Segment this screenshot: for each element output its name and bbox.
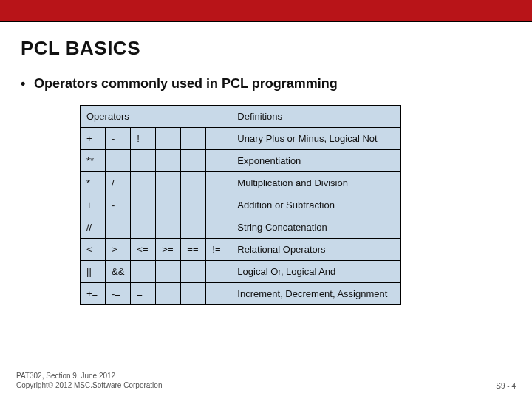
content-area: PCL BASICS • Operators commonly used in …: [0, 22, 532, 305]
table-row: < > <= >= == != Relational Operators: [81, 239, 401, 261]
op-cell: !=: [206, 239, 231, 261]
op-cell: [131, 261, 156, 283]
op-cell: /: [106, 172, 131, 194]
op-cell: //: [81, 216, 106, 239]
op-cell: [206, 128, 231, 150]
op-cell: *: [81, 172, 106, 194]
def-cell: String Concatenation: [231, 216, 401, 239]
op-cell: [156, 261, 181, 283]
op-cell: [181, 261, 206, 283]
op-cell: [156, 172, 181, 194]
def-cell: Addition or Subtraction: [231, 194, 401, 216]
op-cell: +: [81, 128, 106, 150]
def-cell: Logical Or, Logical And: [231, 261, 401, 283]
table-row: || && Logical Or, Logical And: [81, 261, 401, 283]
op-cell: [156, 216, 181, 239]
op-cell: ==: [181, 239, 206, 261]
op-cell: [181, 283, 206, 305]
table-header-row: Operators Definitions: [81, 106, 401, 128]
op-cell: [206, 283, 231, 305]
op-cell: [206, 216, 231, 239]
op-cell: [206, 194, 231, 216]
table-row: += -= = Increment, Decrement, Assignment: [81, 283, 401, 305]
op-cell: <=: [131, 239, 156, 261]
table-row: // String Concatenation: [81, 216, 401, 239]
table-row: ** Exponentiation: [81, 150, 401, 172]
op-cell: **: [81, 150, 106, 172]
op-cell: [156, 128, 181, 150]
bullet-text: Operators commonly used in PCL programmi…: [34, 76, 338, 92]
def-cell: Relational Operators: [231, 239, 401, 261]
op-cell: [131, 172, 156, 194]
footer-line2: Copyright© 2012 MSC.Software Corporation: [16, 381, 162, 390]
table-row: + - ! Unary Plus or Minus, Logical Not: [81, 128, 401, 150]
op-cell: [206, 172, 231, 194]
op-cell: [131, 194, 156, 216]
footer: PAT302, Section 9, June 2012 Copyright© …: [16, 371, 516, 390]
op-cell: [131, 150, 156, 172]
header-operators: Operators: [81, 106, 231, 128]
op-cell: [181, 128, 206, 150]
op-cell: -: [106, 128, 131, 150]
op-cell: +: [81, 194, 106, 216]
op-cell: [131, 216, 156, 239]
def-cell: Exponentiation: [231, 150, 401, 172]
op-cell: [156, 283, 181, 305]
def-cell: Increment, Decrement, Assignment: [231, 283, 401, 305]
op-cell: [181, 172, 206, 194]
page-title: PCL BASICS: [21, 37, 511, 60]
op-cell: =: [131, 283, 156, 305]
header-definitions: Definitions: [231, 106, 401, 128]
footer-line1: PAT302, Section 9, June 2012: [16, 371, 162, 381]
table-row: + - Addition or Subtraction: [81, 194, 401, 216]
op-cell: >: [106, 239, 131, 261]
op-cell: [156, 150, 181, 172]
op-cell: -: [106, 194, 131, 216]
bullet-dot: •: [21, 76, 34, 92]
op-cell: [206, 261, 231, 283]
op-cell: [181, 150, 206, 172]
op-cell: [156, 194, 181, 216]
op-cell: -=: [106, 283, 131, 305]
bullet-line: • Operators commonly used in PCL program…: [21, 76, 511, 92]
def-cell: Unary Plus or Minus, Logical Not: [231, 128, 401, 150]
op-cell: &&: [106, 261, 131, 283]
op-cell: !: [131, 128, 156, 150]
op-cell: >=: [156, 239, 181, 261]
op-cell: [106, 216, 131, 239]
operators-table: Operators Definitions + - ! Unary Plus o…: [80, 105, 401, 305]
op-cell: [181, 194, 206, 216]
footer-page: S9 - 4: [496, 382, 516, 390]
footer-left: PAT302, Section 9, June 2012 Copyright© …: [16, 371, 162, 390]
def-cell: Multiplication and Division: [231, 172, 401, 194]
op-cell: +=: [81, 283, 106, 305]
op-cell: ||: [81, 261, 106, 283]
op-cell: [181, 216, 206, 239]
op-cell: <: [81, 239, 106, 261]
op-cell: [106, 150, 131, 172]
top-red-band: [0, 0, 532, 22]
op-cell: [206, 150, 231, 172]
table-row: * / Multiplication and Division: [81, 172, 401, 194]
